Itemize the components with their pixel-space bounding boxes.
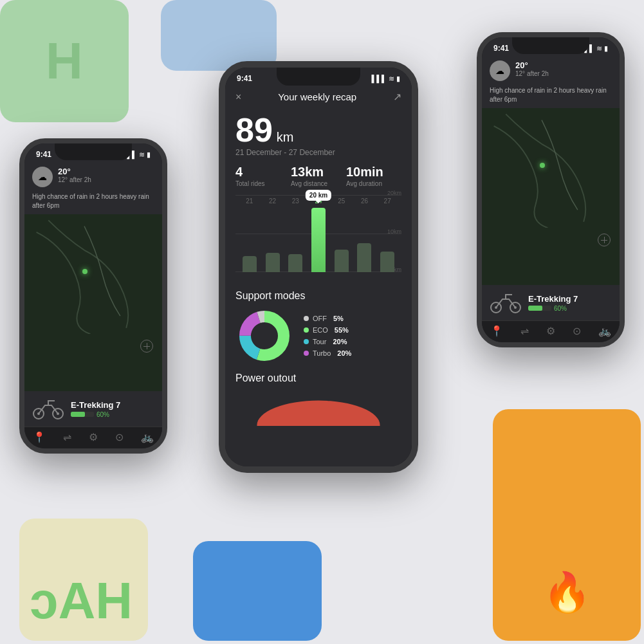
bar-27 [380, 252, 394, 272]
stat-duration: 10min Avg duration [346, 165, 401, 187]
battery-bar-left [71, 412, 94, 417]
legend-dot-eco [304, 327, 309, 333]
map-crosshair-right [598, 234, 611, 246]
bar-item-27 [376, 252, 399, 272]
share-icon[interactable]: ↗ [393, 91, 401, 103]
map-svg-right [482, 108, 620, 228]
mode-legend: OFF 5% ECO 55% Tour 20% Turbo 20% [304, 315, 351, 357]
support-modes-title: Support modes [225, 285, 412, 304]
phone-left-map [24, 214, 162, 391]
legend-dot-turbo [304, 351, 309, 356]
svg-point-10 [257, 401, 380, 426]
phone-main: 9:41 ▌▌▌ ≋ ▮ × Your weekly recap ↗ 89 km… [219, 61, 418, 473]
legend-pct-turbo: 20% [337, 349, 351, 357]
phone-right-weather: ☁ 20° 12° after 2h [482, 55, 620, 86]
weather-icon-right: ☁ [490, 60, 510, 81]
bike-icon-right [490, 291, 522, 314]
nav-icon-settings-right[interactable]: ⚙ [546, 325, 555, 337]
bike-section-right: E-Trekking 7 60% [482, 285, 620, 320]
legend-pct-tour: 20% [333, 338, 347, 345]
deco-yellow-card: HAc [19, 519, 148, 641]
weather-info-right: 20° 12° after 2h [515, 60, 549, 77]
legend-eco: ECO 55% [304, 326, 351, 334]
deco-blue2-card [193, 541, 322, 641]
distance-number: 89 [235, 113, 273, 147]
bar-item-26 [353, 243, 376, 272]
svg-point-2 [37, 412, 40, 415]
donut-chart [235, 307, 293, 365]
svg-point-14 [514, 306, 517, 309]
nav-icon-route-left[interactable]: ⇌ [63, 431, 71, 443]
bike-section-left: E-Trekking 7 60% [24, 391, 162, 427]
phone-main-content: 9:41 ▌▌▌ ≋ ▮ × Your weekly recap ↗ 89 km… [225, 68, 412, 466]
battery-fill-left [71, 412, 85, 417]
deco-green-letter: H [46, 32, 83, 91]
weather-sub-right: 12° after 2h [515, 70, 549, 77]
phone-main-notch [277, 68, 360, 86]
nav-icon-bike-left[interactable]: 🚲 [141, 431, 154, 443]
bar-item-25 [330, 250, 353, 272]
nav-icon-location-left[interactable]: 📍 [33, 431, 46, 443]
legend-tour: Tour 20% [304, 338, 351, 345]
bike-info-left: E-Trekking 7 60% [71, 400, 120, 418]
bike-name-right: E-Trekking 7 [528, 294, 578, 304]
legend-turbo: Turbo 20% [304, 349, 351, 357]
legend-pct-eco: 55% [335, 326, 349, 334]
nav-icon-bike-right[interactable]: 🚲 [598, 325, 611, 337]
stats-row: 4 Total rides 13km Avg distance 10min Av… [225, 160, 412, 192]
map-svg [24, 214, 162, 334]
recap-title: Your weekly recap [278, 91, 356, 102]
bike-svg-left [32, 398, 64, 420]
power-output-title: Power outout [225, 367, 412, 387]
legend-label-eco: ECO [313, 326, 328, 334]
bar-25 [335, 250, 349, 272]
stat-duration-label: Avg duration [346, 180, 401, 187]
phone-left-weather: ☁ 20° 12° after 2h [24, 161, 162, 192]
bar-24: 20 km [311, 208, 326, 272]
bike-svg-right [490, 291, 522, 314]
power-section [225, 387, 412, 428]
close-icon[interactable]: × [235, 91, 241, 103]
nav-icon-info-right[interactable]: ⊙ [573, 325, 581, 337]
battery-container-right: 60% [528, 305, 578, 312]
bar-item-23 [284, 254, 307, 272]
recap-header: × Your weekly recap ↗ [225, 86, 412, 107]
bike-name-left: E-Trekking 7 [71, 400, 120, 410]
bar-item-22 [261, 253, 284, 272]
stat-rides-label: Total rides [235, 180, 291, 187]
stat-distance-value: 13km [291, 165, 346, 179]
weather-sub: 12° after 2h [58, 176, 91, 183]
phone-right: 9:41 ▌▌▌ ≋ ▮ ☁ 20° 12° after 2h High cha… [477, 32, 625, 347]
bar-22 [266, 253, 280, 272]
bottom-nav-right: 📍 ⇌ ⚙ ⊙ 🚲 [482, 320, 620, 342]
legend-label-tour: Tour [313, 338, 326, 345]
svg-point-3 [57, 412, 59, 415]
stat-rides-value: 4 [235, 165, 291, 179]
nav-icon-settings-left[interactable]: ⚙ [89, 431, 98, 443]
svg-point-9 [252, 323, 277, 349]
grid-label-20: 20km [387, 190, 401, 196]
nav-icon-route-right[interactable]: ⇌ [520, 325, 529, 337]
chart-container: 20km 10km 0km 20 km 21222324252627 [225, 192, 412, 285]
bar-23 [288, 254, 302, 272]
bar-21 [243, 256, 257, 272]
weather-desc: High chance of rain in 2 hours heavy rai… [24, 192, 162, 214]
phone-main-time: 9:41 [237, 74, 252, 83]
chart-area: 20km 10km 0km 20 km 21222324252627 [235, 195, 401, 285]
legend-pct-off: 5% [333, 315, 344, 322]
deco-green-card: H [0, 0, 129, 122]
legend-off: OFF 5% [304, 315, 351, 322]
support-modes-section: OFF 5% ECO 55% Tour 20% Turbo 20% [225, 304, 412, 367]
recap-distance-section: 89 km 21 December - 27 December [225, 107, 412, 160]
map-dot-right [540, 163, 545, 168]
bottom-nav-left: 📍 ⇌ ⚙ ⊙ 🚲 [24, 427, 162, 448]
map-crosshair-left [140, 340, 153, 353]
power-chart-svg [235, 391, 401, 426]
map-dot-left [82, 269, 87, 274]
deco-yellow-letter: HAc [30, 571, 133, 630]
svg-point-13 [495, 306, 497, 309]
nav-icon-info-left[interactable]: ⊙ [115, 431, 124, 443]
battery-pct-left: 60% [97, 411, 109, 418]
nav-icon-location-right[interactable]: 📍 [490, 325, 503, 337]
legend-dot-tour [304, 339, 309, 344]
